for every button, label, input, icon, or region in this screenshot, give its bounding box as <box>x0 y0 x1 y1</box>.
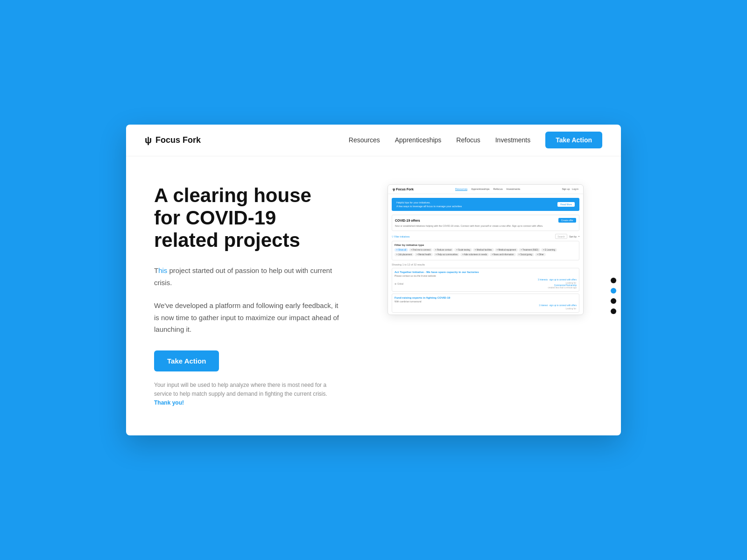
mini-sort-chevron: ▾ <box>578 235 579 238</box>
mini-offers-desc: New or established initiatives helping w… <box>395 224 576 228</box>
hero-title: A clearing house for COVID-19 related pr… <box>154 184 341 252</box>
mini-result-item-2: Fund-raising experts in fighting COVID-1… <box>392 294 579 313</box>
mini-tag-help-comm[interactable]: × Help out communities <box>434 253 459 256</box>
mini-tag-reduce[interactable]: × Reduce contact <box>433 248 453 252</box>
mini-offers: COVID-19 offers Create offer New or esta… <box>392 215 579 231</box>
hero-desc1-prefix: T <box>154 266 158 274</box>
mini-tag-testing[interactable]: × Scale testing <box>454 248 472 252</box>
mini-nav-investments: Investments <box>507 188 521 191</box>
mini-banner-line1: Helpful tips for your initiatives. <box>396 201 462 204</box>
mini-result-2-desc: With cambrian turnaround <box>395 300 577 303</box>
mini-result-1-badge: ⊕ Global <box>395 283 403 285</box>
mini-result-1-name[interactable]: Act Together Initiative - We have spare … <box>395 271 577 273</box>
hero-desc2-text: We've developed a platform and following… <box>154 301 339 333</box>
mini-filters-bar: ▽ Filter initiatives Search Sort by ▾ <box>392 234 579 239</box>
hero-desc1-highlight: his <box>158 266 167 274</box>
mini-logo: ψ Focus Fork <box>393 188 414 191</box>
main-content: A clearing house for COVID-19 related pr… <box>126 156 621 436</box>
nav-link-investments[interactable]: Investments <box>495 136 530 144</box>
logo-icon: ψ <box>145 135 152 146</box>
nav-link-apprenticeships[interactable]: Apprenticeships <box>395 136 442 144</box>
mini-tag-social[interactable]: × Social giving <box>517 253 534 256</box>
mini-search-row: Search Sort by ▾ <box>555 234 579 239</box>
mini-browser: ψ Focus Fork Resources Apprenticeships R… <box>388 184 584 315</box>
nav-links: Resources Apprenticeships Refocus Invest… <box>349 132 602 148</box>
page-bg: ψ Focus Fork Resources Apprenticeships R… <box>0 0 747 560</box>
mini-nav-apprenticeships: Apprenticeships <box>471 188 489 191</box>
mini-result-1-interests: 3 Interests · sign up to connect with of… <box>538 279 577 281</box>
mini-result-item-1: Act Together Initiative - We have spare … <box>392 268 579 292</box>
mini-tag-all[interactable]: × Show all <box>395 248 408 252</box>
mini-result-1-meta: ⊕ Global 3 Interests · sign up to connec… <box>395 279 577 289</box>
hero-desc1: This project started out of passion to h… <box>154 265 341 288</box>
mini-search-box[interactable]: Search <box>555 234 567 239</box>
mini-signup: Sign up <box>562 188 570 190</box>
mini-banner: Helpful tips for your initiatives. A few… <box>392 198 579 211</box>
mini-results-count: Showing 1 to 12 of 32 results <box>392 263 579 266</box>
nav-link-refocus[interactable]: Refocus <box>456 136 480 144</box>
mini-tag-elearning[interactable]: × E-Learning <box>541 248 557 252</box>
dot-3[interactable] <box>611 298 616 304</box>
mini-tags-row2: × Job placement × Mental health × Help o… <box>395 253 577 256</box>
mini-offers-create-btn[interactable]: Create offer <box>558 218 576 223</box>
mini-nav-links: Resources Apprenticeships Refocus Invest… <box>455 188 520 191</box>
mini-result-1-right: 3 Interests · sign up to connect with of… <box>538 279 577 289</box>
hero-desc1-text: project started out of passion to help o… <box>154 266 332 287</box>
side-dots <box>611 278 616 314</box>
mini-result-1-desc: Please contact us via the Invest website <box>395 274 577 277</box>
globe-icon: ⊕ <box>395 283 396 285</box>
right-panel: ψ Focus Fork Resources Apprenticeships R… <box>369 184 602 408</box>
mini-login: Log in <box>572 188 578 190</box>
mini-nav-btns: Sign up Log in <box>562 188 578 190</box>
mini-tag-medical-eq[interactable]: × Medical equipment <box>495 248 518 252</box>
take-action-button[interactable]: Take Action <box>545 132 602 148</box>
mini-tag-other[interactable]: × Other <box>535 253 546 256</box>
hero-desc2: We've developed a platform and following… <box>154 300 341 336</box>
dot-1[interactable] <box>611 278 616 283</box>
logo-text: Focus Fork <box>155 135 201 145</box>
mini-tag-mental[interactable]: × Mental health <box>415 253 433 256</box>
mini-nav-refocus: Refocus <box>493 188 502 191</box>
mini-result-1-badge-text: Global <box>397 283 403 285</box>
mini-nav-resources: Resources <box>455 188 467 191</box>
mini-offers-header: COVID-19 offers Create offer <box>395 218 576 223</box>
mini-navbar: ψ Focus Fork Resources Apprenticeships R… <box>388 185 583 194</box>
mini-result-2-interests: 1 Interest · sign up to connect with off… <box>539 304 577 307</box>
dot-4[interactable] <box>611 308 616 314</box>
mini-result-2-right: 1 Interest · sign up to connect with off… <box>539 304 577 310</box>
mini-sort-label: Sort by <box>569 235 577 238</box>
mini-tag-treatment[interactable]: × Treatment (R&D) <box>519 248 540 252</box>
dot-2[interactable] <box>611 288 616 294</box>
hero-take-action-button[interactable]: Take Action <box>154 350 219 371</box>
nav-link-resources[interactable]: Resources <box>349 136 380 144</box>
mini-result-2-looking-label: Looking for: <box>539 308 577 310</box>
logo[interactable]: ψ Focus Fork <box>145 135 201 146</box>
mini-result-2-meta: 1 Interest · sign up to connect with off… <box>395 304 577 310</box>
browser-window: ψ Focus Fork Resources Apprenticeships R… <box>126 125 621 436</box>
mini-filter-btn[interactable]: ▽ Filter initiatives <box>392 235 409 238</box>
mini-filter-section-title: Filter by initiative type <box>395 244 577 246</box>
mini-tag-medical-fac[interactable]: × Medical facilities <box>473 248 494 252</box>
mini-filter-section: Filter by initiative type × Show all × F… <box>392 241 579 260</box>
disclaimer-thanks: Thank you! <box>154 399 184 406</box>
mini-tag-find[interactable]: × Find me to connect <box>409 248 432 252</box>
mini-banner-btn[interactable]: Read More <box>557 202 575 207</box>
mini-result-2-name[interactable]: Fund-raising experts in fighting COVID-1… <box>395 296 577 299</box>
mini-banner-content: Helpful tips for your initiatives. A few… <box>396 201 462 209</box>
navbar: ψ Focus Fork Resources Apprenticeships R… <box>126 125 621 156</box>
left-panel: A clearing house for COVID-19 related pr… <box>154 184 350 408</box>
mini-tag-job[interactable]: × Job placement <box>395 253 414 256</box>
mini-result-1-time: created less than a minute ago <box>538 287 577 289</box>
mini-tag-news[interactable]: × News and information <box>490 253 515 256</box>
mini-tags-row1: × Show all × Find me to connect × Reduce… <box>395 248 577 252</box>
disclaimer: Your input will be used to help analyze … <box>154 381 331 408</box>
mini-offers-title: COVID-19 offers <box>395 219 420 222</box>
mini-tag-volunteers[interactable]: × Aide volunteers in needs <box>460 253 489 256</box>
disclaimer-text: Your input will be used to help analyze … <box>154 382 327 397</box>
mini-banner-line2: A few ways to leverage all focus to mana… <box>396 204 462 208</box>
